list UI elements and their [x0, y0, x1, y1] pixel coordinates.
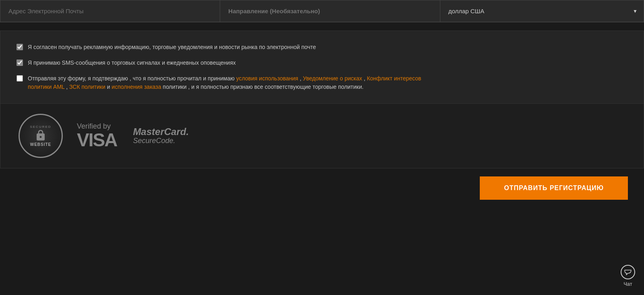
email-input[interactable] — [0, 0, 220, 22]
checkbox-row-3: Отправляя эту форму, я подтверждаю , что… — [17, 74, 627, 91]
visa-text: VISA — [77, 131, 117, 149]
link-risk-notice[interactable]: Уведомление о рисках — [303, 75, 362, 82]
checkbox-marketing[interactable] — [17, 44, 23, 50]
secured-circle: SECURED WEBSITE — [19, 114, 63, 158]
checkbox-row-2: Я принимаю SMS-сообщения о торговых сигн… — [17, 59, 627, 67]
checkbox-terms[interactable] — [17, 75, 23, 82]
checkbox-row-1: Я согласен получать рекламную информацию… — [17, 43, 627, 51]
mastercard-badge: MasterCard. SecureCode. — [133, 127, 189, 145]
checkbox-terms-label: Отправляя эту форму, я подтверждаю , что… — [28, 74, 421, 91]
visa-verified-badge: Verified by VISA — [77, 123, 117, 149]
top-inputs-row: доллар США евро фунт стерлингов ▼ — [0, 0, 644, 23]
mastercard-sub: SecureCode. — [133, 137, 175, 145]
bottom-section: ОТПРАВИТЬ РЕГИСТРАЦИЮ — [0, 168, 644, 208]
checkbox-sms-label: Я принимаю SMS-сообщения о торговых сигн… — [28, 59, 236, 67]
secured-bottom-text: WEBSITE — [30, 142, 52, 147]
link-conflict-of-interest[interactable]: Конфликт интересов — [367, 75, 421, 82]
checkboxes-section: Я согласен получать рекламную информацию… — [0, 31, 644, 104]
chat-bubble-icon — [621, 265, 635, 279]
checkbox-marketing-label: Я согласен получать рекламную информацию… — [28, 43, 316, 51]
direction-input[interactable] — [220, 0, 440, 22]
link-zsk-policy[interactable]: ЗСК политики — [69, 84, 105, 90]
currency-select[interactable]: доллар США евро фунт стерлингов — [440, 0, 644, 22]
mastercard-name: MasterCard. — [133, 127, 189, 137]
link-aml-policy[interactable]: политики AML — [28, 84, 64, 90]
secured-website-badge: SECURED WEBSITE — [17, 116, 65, 156]
security-badges-section: SECURED WEBSITE Verified by VISA MasterC… — [0, 104, 644, 168]
chat-widget[interactable]: Чат — [620, 264, 636, 287]
link-terms-of-use[interactable]: условия использования — [236, 75, 298, 82]
checkbox-sms[interactable] — [17, 59, 23, 66]
divider-top — [0, 23, 644, 31]
submit-button[interactable]: ОТПРАВИТЬ РЕГИСТРАЦИЮ — [480, 176, 628, 200]
svg-point-0 — [621, 265, 635, 279]
lock-icon — [35, 129, 47, 141]
currency-select-wrapper: доллар США евро фунт стерлингов ▼ — [440, 0, 644, 22]
secured-top-text: SECURED — [30, 125, 51, 129]
chat-icon — [620, 264, 636, 280]
link-order-execution[interactable]: исполнения заказа — [111, 84, 161, 90]
chat-label: Чат — [623, 281, 632, 287]
